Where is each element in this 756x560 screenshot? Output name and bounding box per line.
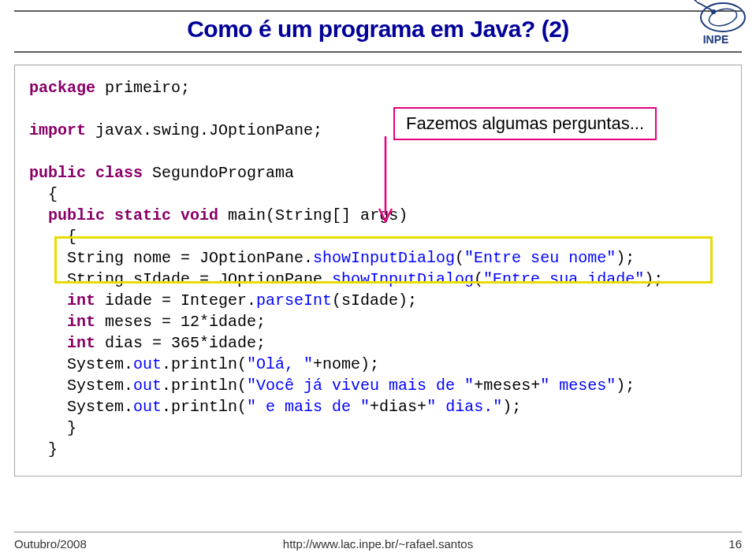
keyword: void [181, 206, 218, 224]
code-text: ); [644, 270, 663, 288]
code-text: ( [474, 270, 483, 288]
code-text: } [29, 440, 58, 458]
static-call: parseInt [256, 291, 332, 310]
code-text: main(String[] args) [218, 206, 408, 224]
code-text: System. [29, 376, 133, 395]
code-text: ( [455, 249, 464, 267]
string-literal: "Entre seu nome" [464, 249, 616, 267]
keyword: int [67, 313, 95, 331]
keyword: package [29, 79, 95, 97]
code-text: meses = 12*idade; [95, 313, 266, 331]
code-text: { [29, 228, 76, 246]
code-text: String sIdade = JOptionPane. [29, 270, 332, 288]
keyword: class [95, 164, 143, 182]
static-call: showInputDialog [332, 270, 474, 288]
code-text: (sIdade); [332, 291, 417, 310]
title-underline [14, 51, 742, 53]
keyword: int [67, 291, 95, 310]
slide-title: Como é um programa em Java? (2) [0, 16, 756, 43]
keyword: int [67, 334, 95, 352]
keyword: public [29, 164, 86, 182]
code-text: dias = 365*idade; [95, 334, 266, 352]
string-literal: " meses" [540, 376, 616, 395]
static-call: out [133, 355, 162, 373]
code-text: .println( [162, 398, 247, 416]
code-text: { [29, 185, 58, 203]
keyword: import [29, 121, 86, 139]
footer-url: http://www.lac.inpe.br/~rafael.santos [14, 537, 742, 551]
svg-text:INPE: INPE [703, 33, 729, 46]
code-text: .println( [162, 355, 247, 373]
code-text: primeiro; [95, 79, 190, 97]
code-text: +meses+ [474, 376, 540, 395]
code-text: System. [29, 398, 133, 416]
string-literal: "Você já viveu mais de " [247, 376, 474, 395]
code-block: package primeiro; import javax.swing.JOp… [14, 65, 742, 477]
static-call: out [133, 398, 162, 416]
keyword: public [48, 206, 105, 224]
annotation-callout: Fazemos algumas perguntas... [393, 107, 657, 140]
code-text: SegundoPrograma [143, 164, 294, 182]
code-text: javax.swing.JOptionPane; [86, 121, 322, 139]
code-text: String nome = JOptionPane. [29, 249, 313, 267]
top-divider [14, 10, 742, 12]
static-call: out [133, 376, 162, 395]
static-call: showInputDialog [313, 249, 455, 267]
footer-page-number: 16 [728, 537, 742, 551]
code-text: idade = Integer. [95, 291, 256, 310]
footer: Outubro/2008 http://www.lac.inpe.br/~raf… [14, 532, 742, 554]
string-literal: "Entre sua idade" [483, 270, 644, 288]
code-text: ); [616, 376, 635, 395]
string-literal: "Olá, " [247, 355, 313, 373]
inpe-logo: INPE [682, 0, 750, 47]
code-text: .println( [162, 376, 247, 395]
code-text: ); [616, 249, 635, 267]
code-text: } [29, 419, 76, 437]
code-text: System. [29, 355, 133, 373]
string-literal: " e mais de " [247, 398, 370, 416]
code-text: +dias+ [370, 398, 426, 416]
annotation-text: Fazemos algumas perguntas... [406, 113, 644, 133]
keyword: static [114, 206, 171, 224]
code-text: ); [502, 398, 521, 416]
code-text: +nome); [313, 355, 379, 373]
string-literal: " dias." [426, 398, 502, 416]
